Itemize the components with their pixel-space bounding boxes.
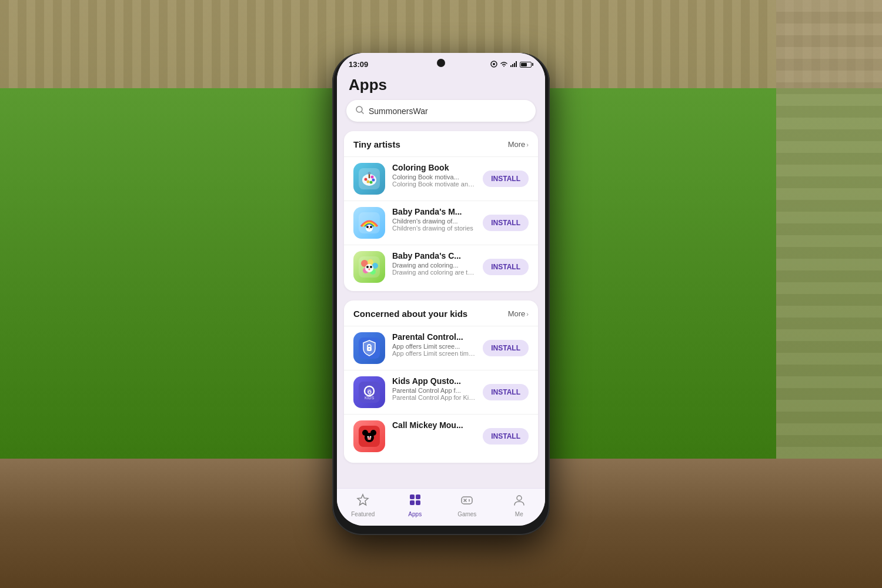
status-time: 13:09 — [349, 60, 368, 69]
phone-screen: 13:09 — [337, 53, 545, 526]
install-button-call-mickey[interactable]: INSTALL — [483, 428, 529, 445]
app-desc1-kids-qusto: Parental Control App f... — [392, 387, 476, 394]
svg-point-11 — [367, 181, 370, 183]
app-icon-coloring-book — [353, 163, 385, 195]
app-desc1-baby-panda-m: Children's drawing of... — [392, 218, 476, 225]
app-desc1-parental-control: App offers Limit scree... — [392, 343, 476, 350]
wifi-icon — [500, 61, 508, 68]
svg-point-42 — [362, 430, 368, 436]
page-header: Apps — [337, 71, 545, 100]
svg-text:Q: Q — [368, 389, 372, 395]
svg-point-56 — [469, 499, 470, 500]
phone-shell: 13:09 — [332, 53, 550, 535]
svg-rect-51 — [416, 500, 420, 505]
app-item-parental-control[interactable]: Parental Control... App offers Limit scr… — [344, 326, 538, 370]
app-item-baby-panda-m[interactable]: Baby Panda's M... Children's drawing of.… — [344, 201, 538, 245]
more-label-tiny-artists: More — [508, 140, 526, 149]
app-desc2-kids-qusto: Parental Control App for Kids devices — [392, 394, 476, 401]
bottom-nav: Featured Apps Games Me — [337, 488, 545, 526]
battery-fill — [521, 63, 527, 66]
svg-point-34 — [369, 349, 370, 350]
nav-label-apps: Apps — [408, 511, 422, 517]
svg-point-12 — [370, 181, 373, 184]
install-button-parental-control[interactable]: INSTALL — [483, 340, 529, 356]
app-icon-call-mickey — [353, 420, 385, 452]
app-desc2-baby-panda-m: Children's drawing of stories — [392, 225, 476, 232]
camera-notch — [437, 59, 445, 67]
nav-icon-games — [460, 493, 473, 509]
nav-item-games[interactable]: Games — [449, 493, 485, 517]
screen-content[interactable]: Apps SummonersWar Tiny artists More › — [337, 71, 545, 488]
svg-point-19 — [370, 226, 372, 228]
svg-rect-2 — [510, 65, 512, 67]
section-header-tiny-artists: Tiny artists More › — [344, 139, 538, 156]
nav-item-apps[interactable]: Apps — [397, 493, 433, 517]
nfc-icon — [490, 61, 497, 69]
app-icon-baby-panda-m — [353, 207, 385, 239]
app-desc2-baby-panda-c: Drawing and coloring are the most int... — [392, 269, 476, 276]
app-desc2-coloring-book: Coloring Book motivate and develop... — [392, 181, 476, 188]
app-desc1-coloring-book: Coloring Book motiva... — [392, 173, 476, 181]
install-button-kids-qusto[interactable]: INSTALL — [483, 384, 529, 400]
app-item-baby-panda-c[interactable]: Baby Panda's C... Drawing and coloring..… — [344, 245, 538, 289]
app-info-baby-panda-c: Baby Panda's C... Drawing and coloring..… — [392, 251, 476, 276]
search-query: SummonersWar — [369, 106, 428, 116]
svg-point-45 — [370, 436, 372, 438]
app-name-baby-panda-c: Baby Panda's C... — [392, 251, 476, 260]
svg-point-57 — [469, 500, 470, 502]
more-button-tiny-artists[interactable]: More › — [508, 140, 529, 149]
section-header-concerned-kids: Concerned about your kids More › — [344, 309, 538, 326]
battery-icon — [520, 62, 533, 68]
svg-point-13 — [372, 179, 375, 182]
svg-rect-4 — [514, 63, 515, 67]
svg-rect-3 — [512, 64, 513, 67]
svg-point-46 — [368, 437, 371, 440]
app-icon-parental-control — [353, 332, 385, 364]
search-bar[interactable]: SummonersWar — [346, 100, 536, 122]
svg-point-28 — [366, 266, 369, 268]
signal-icon — [510, 61, 517, 68]
status-icons — [490, 61, 533, 69]
svg-point-10 — [365, 178, 368, 181]
install-button-baby-panda-m[interactable]: INSTALL — [483, 215, 529, 231]
section-tiny-artists: Tiny artists More › — [344, 131, 538, 291]
install-button-baby-panda-c[interactable]: INSTALL — [483, 259, 529, 275]
svg-text:KIDS: KIDS — [365, 396, 375, 400]
svg-point-18 — [366, 226, 369, 228]
install-button-coloring-book[interactable]: INSTALL — [483, 171, 529, 187]
chevron-icon-concerned-kids: › — [526, 310, 529, 318]
app-name-call-mickey: Call Mickey Mou... — [392, 420, 476, 430]
nav-icon-apps — [409, 493, 422, 509]
search-icon — [356, 106, 364, 116]
svg-point-58 — [517, 496, 522, 500]
svg-rect-52 — [462, 497, 472, 504]
svg-rect-48 — [410, 495, 415, 499]
page-title: Apps — [349, 76, 533, 94]
nav-item-me[interactable]: Me — [502, 493, 537, 517]
nav-icon-featured — [356, 493, 369, 509]
battery-tip — [532, 63, 533, 66]
svg-line-7 — [362, 112, 363, 113]
svg-marker-47 — [358, 495, 368, 505]
more-label-concerned-kids: More — [508, 309, 526, 318]
nav-icon-me — [513, 493, 526, 509]
app-item-call-mickey[interactable]: Call Mickey Mou... INSTALL — [344, 414, 538, 460]
section-title-concerned-kids: Concerned about your kids — [353, 309, 467, 319]
app-info-call-mickey: Call Mickey Mou... — [392, 420, 476, 431]
app-info-parental-control: Parental Control... App offers Limit scr… — [392, 332, 476, 357]
app-name-kids-qusto: Kids App Qusto... — [392, 376, 476, 386]
nav-item-featured[interactable]: Featured — [345, 493, 380, 517]
more-button-concerned-kids[interactable]: More › — [508, 309, 529, 318]
svg-point-44 — [368, 436, 369, 438]
svg-rect-50 — [410, 500, 415, 505]
nav-label-games: Games — [457, 511, 476, 517]
app-item-kids-qusto[interactable]: Q KIDS Kids App Qusto... Parental Contro… — [344, 370, 538, 414]
app-info-kids-qusto: Kids App Qusto... Parental Control App f… — [392, 376, 476, 401]
svg-point-27 — [365, 264, 373, 272]
nav-label-featured: Featured — [351, 511, 375, 517]
app-item-coloring-book[interactable]: Coloring Book Coloring Book motiva... Co… — [344, 156, 538, 201]
section-concerned-kids: Concerned about your kids More › — [344, 300, 538, 463]
app-name-baby-panda-m: Baby Panda's M... — [392, 207, 476, 216]
svg-point-29 — [370, 266, 372, 268]
chevron-icon-tiny-artists: › — [526, 141, 529, 148]
